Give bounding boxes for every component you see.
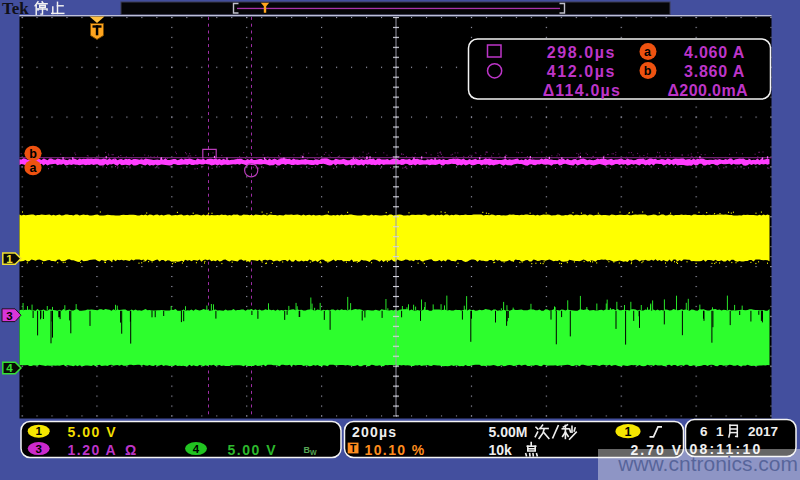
svg-text:1: 1 bbox=[625, 425, 632, 439]
svg-text:1: 1 bbox=[35, 425, 42, 437]
svg-text:4: 4 bbox=[193, 443, 200, 455]
svg-text:3: 3 bbox=[35, 443, 41, 455]
svg-text:a: a bbox=[30, 161, 38, 175]
svg-text:1: 1 bbox=[6, 253, 13, 265]
svg-text:b: b bbox=[644, 64, 652, 78]
svg-text:T: T bbox=[350, 442, 357, 454]
svg-text:b: b bbox=[29, 147, 37, 161]
svg-text:3: 3 bbox=[6, 310, 12, 322]
svg-text:4: 4 bbox=[6, 362, 13, 374]
svg-text:a: a bbox=[644, 45, 652, 59]
